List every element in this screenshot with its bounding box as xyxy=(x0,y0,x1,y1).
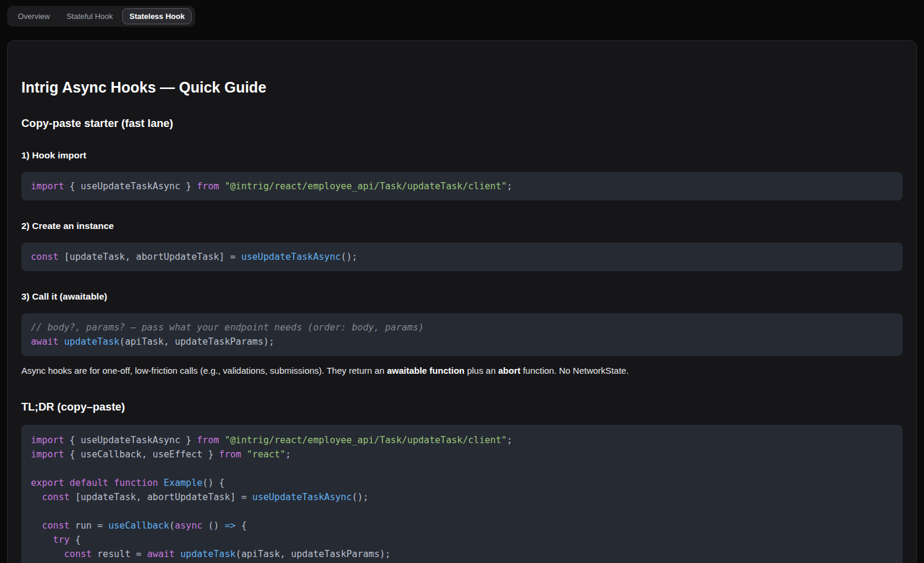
tab-bar-container: Overview Stateful Hook Stateless Hook xyxy=(7,6,924,27)
tab-stateless-hook[interactable]: Stateless Hook xyxy=(122,8,192,24)
code-block-hook-import: import { useUpdateTaskAsync } from "@int… xyxy=(21,172,903,201)
tab-stateful-hook[interactable]: Stateful Hook xyxy=(59,8,120,24)
tldr-heading: TL;DR (copy–paste) xyxy=(21,400,903,413)
content-card: Intrig Async Hooks — Quick Guide Copy-pa… xyxy=(7,40,917,563)
tab-bar: Overview Stateful Hook Stateless Hook xyxy=(7,6,195,27)
step3-heading: 3) Call it (awaitable) xyxy=(21,291,903,302)
note-bold-abort: abort xyxy=(498,365,521,376)
code-block-call-it: // body?, params? — pass what your endpo… xyxy=(21,313,903,356)
step1-heading: 1) Hook import xyxy=(21,150,903,161)
code-block-create-instance: const [updateTask, abortUpdateTask] = us… xyxy=(21,243,903,271)
starter-section-heading: Copy-paste starter (fast lane) xyxy=(21,116,903,130)
tab-overview[interactable]: Overview xyxy=(11,8,57,24)
note-text: function. No NetworkState. xyxy=(520,365,629,376)
note-bold-awaitable: awaitable function xyxy=(387,365,464,376)
async-hooks-note: Async hooks are for one-off, low-frictio… xyxy=(21,364,903,377)
page-title: Intrig Async Hooks — Quick Guide xyxy=(21,78,903,97)
step2-heading: 2) Create an instance xyxy=(21,220,903,231)
note-text: Async hooks are for one-off, low-frictio… xyxy=(21,365,387,376)
note-text: plus an xyxy=(464,365,498,376)
code-block-tldr: import { useUpdateTaskAsync } from "@int… xyxy=(21,425,903,563)
